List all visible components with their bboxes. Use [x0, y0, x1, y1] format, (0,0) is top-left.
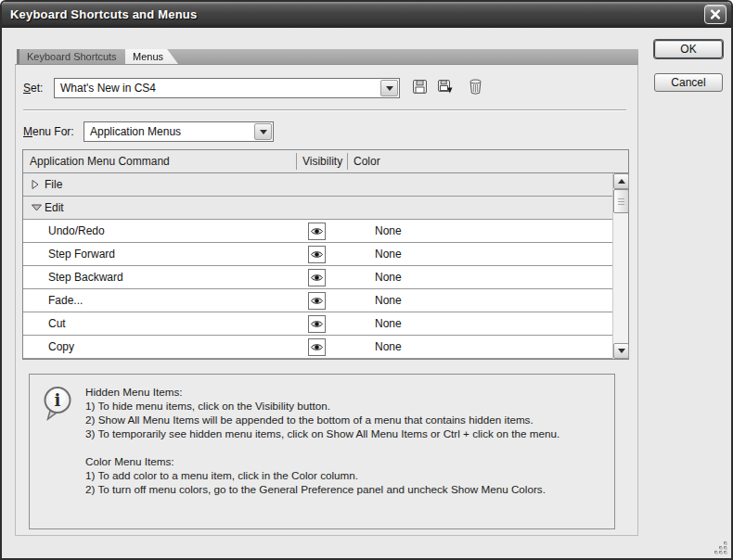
table-header: Application Menu Command Visibility Colo…: [23, 150, 628, 173]
table-row: Undo/Redo None: [23, 220, 628, 243]
menu-for-dropdown-arrow-button[interactable]: [254, 123, 272, 140]
scroll-up-button[interactable]: [613, 173, 629, 189]
header-color: Color: [354, 150, 380, 172]
resize-grip[interactable]: [714, 541, 727, 554]
color-cell[interactable]: None: [375, 289, 486, 312]
set-dropdown-value: What's New in CS4: [60, 82, 156, 95]
info-icon: i: [41, 386, 74, 426]
info-line: 1) To add color to a menu item, click in…: [85, 468, 605, 482]
visibility-button[interactable]: [308, 338, 326, 356]
command-label: Cut: [48, 317, 66, 330]
set-dropdown-arrow-button[interactable]: [380, 80, 398, 96]
expanded-triangle-icon: [32, 204, 45, 211]
table-row: Step Forward None: [23, 243, 628, 266]
header-visibility: Visibility: [302, 150, 342, 172]
save-set-as-button[interactable]: [437, 80, 454, 96]
save-set-as-icon: [437, 79, 454, 98]
command-label: Step Forward: [48, 248, 115, 261]
close-icon: [710, 6, 721, 23]
menu-for-label: Menu For:: [23, 125, 74, 138]
scroll-down-button[interactable]: [613, 343, 629, 359]
trash-icon: [469, 79, 482, 98]
info-line: 1) To hide menu items, click on the Visi…: [85, 399, 605, 413]
table-row: Cut None: [23, 312, 628, 336]
menu-for-dropdown[interactable]: Application Menus: [84, 121, 274, 142]
command-label: Step Backward: [48, 271, 123, 284]
table-row: Fade... None: [23, 289, 628, 312]
set-dropdown[interactable]: What's New in CS4: [54, 78, 400, 98]
collapsed-triangle-icon: [32, 180, 45, 189]
command-label: Copy: [48, 340, 74, 353]
info-box: i Hidden Menu Items: 1) To hide menu ite…: [29, 374, 615, 529]
color-cell[interactable]: None: [375, 312, 486, 335]
group-row-file[interactable]: File: [23, 173, 628, 197]
command-label: Undo/Redo: [48, 224, 105, 237]
group-row-edit[interactable]: Edit: [23, 197, 628, 220]
chevron-down-icon: [386, 86, 393, 91]
color-cell[interactable]: None: [375, 220, 486, 242]
separator: [23, 109, 626, 111]
spacer: [85, 440, 605, 454]
set-label: Set:: [23, 82, 43, 95]
visibility-button[interactable]: [308, 223, 326, 240]
delete-set-button[interactable]: [467, 80, 483, 96]
table-body: File Edit Undo/Redo None Step For: [23, 173, 628, 359]
info-line: 2) Show All Menu Items will be appended …: [85, 413, 605, 426]
color-cell[interactable]: None: [375, 336, 486, 358]
save-set-icon: [412, 79, 428, 98]
info-line: Hidden Menu Items:: [85, 385, 605, 399]
color-cell[interactable]: None: [375, 266, 486, 288]
info-line: Color Menu Items:: [85, 454, 605, 468]
header-application-menu-command: Application Menu Command: [30, 150, 170, 172]
title-bar[interactable]: Keyboard Shortcuts and Menus: [2, 2, 731, 28]
chevron-up-icon: [618, 179, 625, 184]
table-row: Copy None: [23, 336, 628, 359]
visibility-button[interactable]: [308, 292, 326, 310]
header-separator: [296, 153, 297, 170]
eye-icon: [311, 225, 323, 238]
visibility-button[interactable]: [308, 246, 326, 263]
eye-icon: [311, 295, 323, 308]
visibility-button[interactable]: [308, 269, 326, 286]
ok-button[interactable]: OK: [654, 40, 723, 58]
header-separator: [347, 153, 348, 170]
keyboard-shortcuts-and-menus-dialog: Keyboard Shortcuts and Menus OK Cancel K…: [0, 0, 733, 560]
table-row: Step Backward None: [23, 266, 628, 289]
info-line: 2) To turn off menu colors, go to the Ge…: [85, 482, 605, 496]
group-label: Edit: [45, 201, 64, 214]
menu-command-table: Application Menu Command Visibility Colo…: [22, 149, 629, 360]
tab-keyboard-shortcuts[interactable]: Keyboard Shortcuts: [17, 49, 132, 64]
svg-text:i: i: [55, 390, 61, 410]
info-text: Hidden Menu Items: 1) To hide menu items…: [85, 385, 605, 496]
eye-icon: [311, 248, 323, 261]
chevron-down-icon: [618, 349, 625, 353]
eye-icon: [311, 272, 323, 285]
save-set-button[interactable]: [411, 80, 428, 96]
info-line: 3) To temporarily see hidden menu items,…: [85, 426, 605, 440]
menus-tab-panel: Set: What's New in CS4: [15, 64, 638, 536]
window-title: Keyboard Shortcuts and Menus: [10, 2, 197, 28]
eye-icon: [311, 318, 323, 331]
close-button[interactable]: [704, 5, 727, 24]
menu-for-dropdown-value: Application Menus: [90, 125, 181, 138]
scrollbar-thumb[interactable]: [613, 189, 629, 213]
visibility-button[interactable]: [308, 315, 326, 333]
group-label: File: [45, 178, 62, 191]
cancel-button[interactable]: Cancel: [654, 73, 723, 92]
table-scrollbar[interactable]: [612, 173, 628, 359]
command-label: Fade...: [48, 294, 83, 307]
eye-icon: [311, 341, 323, 354]
color-cell[interactable]: None: [375, 243, 486, 265]
chevron-down-icon: [260, 130, 267, 134]
